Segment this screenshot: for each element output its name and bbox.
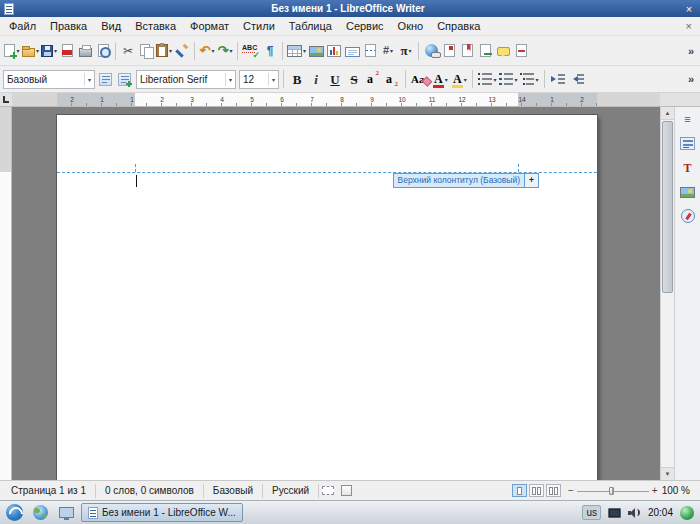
bold-button[interactable]: B <box>288 68 306 90</box>
toolbar-overflow-button[interactable]: » <box>688 45 694 57</box>
insert-comment-button[interactable] <box>494 39 512 63</box>
track-changes-button[interactable] <box>512 39 530 63</box>
dropdown-icon[interactable]: ▾ <box>535 76 538 83</box>
dropdown-icon[interactable]: ▾ <box>211 47 214 54</box>
keyboard-layout-indicator[interactable]: us <box>582 505 601 520</box>
sidebar-tab-gallery[interactable] <box>677 182 699 201</box>
clear-formatting-button[interactable]: Aa <box>410 68 430 90</box>
scrollbar-thumb[interactable] <box>662 121 673 293</box>
taskbar-window-button[interactable]: Без имени 1 - LibreOffice W... <box>81 503 243 522</box>
strikethrough-button[interactable]: S <box>345 68 363 90</box>
undo-button[interactable]: ↶▾ <box>198 39 216 63</box>
view-single-page-button[interactable] <box>512 484 527 497</box>
dropdown-icon[interactable]: ▾ <box>54 47 57 54</box>
export-pdf-button[interactable] <box>58 39 76 63</box>
menu-item[interactable]: Правка <box>43 17 94 36</box>
document-modified-button[interactable] <box>337 479 355 503</box>
paste-button[interactable]: ▾ <box>155 39 173 63</box>
toolbar-overflow-button[interactable]: » <box>688 73 694 85</box>
insert-chart-button[interactable] <box>325 39 343 63</box>
tab-stop-selector[interactable] <box>0 93 12 106</box>
menu-item[interactable]: Вставка <box>128 17 183 36</box>
clock[interactable]: 20:04 <box>648 507 673 518</box>
start-menu-button[interactable] <box>3 503 25 523</box>
open-button[interactable]: ▾ <box>21 39 40 63</box>
status-language[interactable]: Русский <box>263 485 318 496</box>
font-size-combo[interactable]: 12 ▾ <box>239 70 279 89</box>
insert-hyperlink-button[interactable] <box>422 39 440 63</box>
sidebar-settings-button[interactable]: ≡ <box>677 110 699 129</box>
numbered-list-button[interactable]: ▾ <box>498 68 518 90</box>
dropdown-icon[interactable]: ▾ <box>445 76 448 83</box>
close-document-button[interactable]: × <box>680 20 698 32</box>
horizontal-ruler[interactable]: 21123456789101112131412 <box>12 93 660 106</box>
italic-button[interactable]: i <box>307 68 325 90</box>
vertical-ruler[interactable] <box>0 107 12 480</box>
view-book-mode-button[interactable] <box>546 484 561 497</box>
sidebar-tab-properties[interactable] <box>677 134 699 153</box>
dropdown-icon[interactable]: ▾ <box>409 47 412 54</box>
outline-list-button[interactable]: ▾ <box>519 68 539 90</box>
menu-item[interactable]: Сервис <box>339 17 391 36</box>
insert-image-button[interactable] <box>307 39 325 63</box>
paragraph-style-combo[interactable]: Базовый ▾ <box>3 70 95 89</box>
window-close-button[interactable]: × <box>682 3 696 15</box>
status-word-count[interactable]: 0 слов, 0 символов <box>96 485 203 496</box>
print-preview-button[interactable] <box>94 39 112 63</box>
dropdown-icon[interactable]: ▾ <box>268 73 275 86</box>
dropdown-icon[interactable]: ▾ <box>169 47 172 54</box>
scroll-up-button[interactable]: ▲ <box>661 107 674 120</box>
menu-item[interactable]: Таблица <box>282 17 339 36</box>
dropdown-icon[interactable]: ▾ <box>514 76 517 83</box>
font-color-button[interactable]: A▾ <box>431 68 449 90</box>
bullet-list-button[interactable]: ▾ <box>477 68 497 90</box>
browser-launcher[interactable] <box>29 503 51 523</box>
insert-special-character-button[interactable]: π▾ <box>397 39 415 63</box>
zoom-out-button[interactable]: − <box>568 486 574 496</box>
redo-button[interactable]: ↷▾ <box>216 39 234 63</box>
menu-item[interactable]: Файл <box>2 17 43 36</box>
scroll-down-button[interactable]: ▼ <box>661 467 674 480</box>
subscript-button[interactable]: a2 <box>383 68 401 90</box>
document-page[interactable]: Верхний колонтитул (Базовый) + <box>57 115 597 480</box>
dropdown-icon[interactable]: ▾ <box>229 47 232 54</box>
insert-text-box-button[interactable] <box>343 39 361 63</box>
insert-footnote-button[interactable] <box>440 39 458 63</box>
titlebar[interactable]: Без имени 1 - LibreOffice Writer × <box>0 0 700 17</box>
zoom-slider[interactable] <box>577 487 649 495</box>
insert-field-button[interactable]: #▾ <box>379 39 397 63</box>
insert-cross-reference-button[interactable] <box>476 39 494 63</box>
dropdown-icon[interactable]: ▾ <box>493 76 496 83</box>
font-name-combo[interactable]: Liberation Serif ▾ <box>136 70 236 89</box>
network-tray-icon[interactable] <box>680 506 694 520</box>
dropdown-icon[interactable]: ▾ <box>225 73 232 86</box>
add-header-button[interactable]: + <box>525 173 539 188</box>
underline-button[interactable]: U <box>326 68 344 90</box>
superscript-button[interactable]: a2 <box>364 68 382 90</box>
zoom-slider-thumb[interactable] <box>609 487 614 495</box>
new-style-button[interactable] <box>115 68 133 90</box>
insert-bookmark-button[interactable] <box>458 39 476 63</box>
selection-mode-button[interactable] <box>319 479 337 503</box>
show-desktop-button[interactable] <box>55 503 77 523</box>
dropdown-icon[interactable]: ▾ <box>464 76 467 83</box>
new-document-button[interactable]: ▾ <box>3 39 21 63</box>
increase-indent-button[interactable] <box>549 68 567 90</box>
view-multiple-pages-button[interactable] <box>529 484 544 497</box>
menu-item[interactable]: Окно <box>391 17 431 36</box>
formatting-marks-button[interactable]: ¶ <box>261 39 279 63</box>
volume-icon[interactable] <box>628 507 641 519</box>
sidebar-tab-styles[interactable]: Т <box>677 158 699 177</box>
status-page-style[interactable]: Базовый <box>204 485 262 496</box>
insert-table-button[interactable]: ▾ <box>286 39 307 63</box>
cut-button[interactable]: ✂ <box>119 39 137 63</box>
clone-formatting-button[interactable] <box>173 39 191 63</box>
decrease-indent-button[interactable] <box>568 68 586 90</box>
zoom-percentage[interactable]: 100 % <box>658 485 698 496</box>
print-button[interactable] <box>76 39 94 63</box>
menu-item[interactable]: Вид <box>94 17 128 36</box>
sidebar-tab-navigator[interactable] <box>677 206 699 225</box>
header-tab-label[interactable]: Верхний колонтитул (Базовый) <box>393 173 525 188</box>
highlight-color-button[interactable]: A▾ <box>450 68 468 90</box>
save-button[interactable]: ▾ <box>40 39 58 63</box>
